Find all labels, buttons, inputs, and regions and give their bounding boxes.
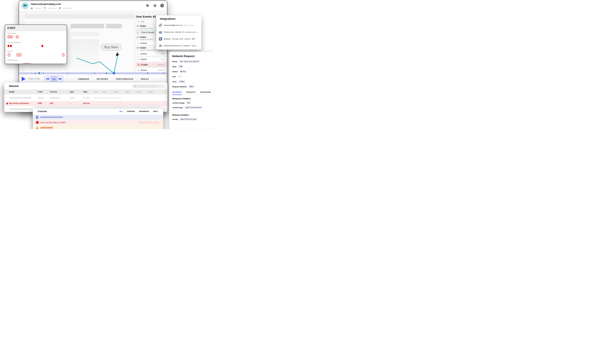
location-pin-icon <box>59 7 61 9</box>
integration-label: Request failed with status 500 <box>164 38 195 40</box>
event-type: Clicked <box>140 69 147 71</box>
sentry-icon <box>159 23 162 27</box>
name-value: api.ecom.xyz/search <box>179 60 200 63</box>
tab-network[interactable]: NETWORK <box>97 78 108 80</box>
console-row-error[interactable]: ! ecom.xyz/a213qh.js:123987 <box>33 120 163 125</box>
click-hand-icon <box>138 58 139 60</box>
skeleton-bar <box>38 97 44 99</box>
field-type: Type XHR <box>172 65 211 68</box>
console-row-info[interactable]: i <box>33 115 163 120</box>
status-error-dot <box>181 71 182 72</box>
field-name: Name api.ecom.xyz/search <box>172 60 211 63</box>
tab-all[interactable]: ALL <box>119 110 123 112</box>
skeleton-bar <box>86 97 90 99</box>
tab-headers[interactable]: HEADERS <box>172 91 182 95</box>
integration-shortcut-icons <box>146 3 164 8</box>
tab-console[interactable]: CONSOLE <box>78 78 89 80</box>
replay-timeline[interactable] <box>19 72 167 74</box>
play-button[interactable] <box>22 77 26 81</box>
col-time[interactable]: TIME <box>83 91 87 93</box>
request-detail-tabs: HEADERS REQUEST RESPONSE <box>172 91 211 95</box>
col-name[interactable]: NAME <box>9 91 14 93</box>
placeholder-heading <box>70 24 104 28</box>
network-errors-track <box>7 44 65 48</box>
clock-icon <box>31 7 33 9</box>
avatar <box>22 2 29 9</box>
event-target: Color <box>161 58 165 60</box>
col-type[interactable]: TYPE <box>38 91 42 93</box>
slack-icon[interactable] <box>146 4 149 7</box>
network-search-box[interactable] <box>132 84 165 88</box>
session-user-bar: rebecca@openreplay.com <box>19 1 167 11</box>
col-status[interactable]: STATUS <box>50 91 57 93</box>
search-icon <box>138 21 139 23</box>
rage-face-icon <box>16 35 19 38</box>
search-placeholder-skeleton <box>137 86 157 87</box>
network-panel-title: Network <box>9 85 19 88</box>
event-type: Time to Render <box>141 31 154 33</box>
network-panel: Network NAME TYPE STATUS SIZE TIME 0ms 1… <box>4 82 167 112</box>
tab-redux[interactable]: REDUX <box>141 78 149 80</box>
integration-label: Unhandledrejection handler rece.. <box>164 45 198 47</box>
header-value: 642 <box>186 101 191 104</box>
network-row-error[interactable]: api.ecom.xyz/search XHR 422 -- 119 ms <box>4 101 167 106</box>
skeleton-bar <box>9 108 32 110</box>
console-panel: Console ALL ERRORS WARNINGS INFO i ! eco… <box>33 108 163 129</box>
name-label: Name <box>172 60 177 63</box>
github-icon[interactable] <box>160 3 164 8</box>
event-type: Visited <box>140 47 146 49</box>
tab-errors[interactable]: ERRORS <box>127 110 135 112</box>
network-request-title: Network Request <box>172 55 211 58</box>
click-hand-icon <box>138 69 139 71</box>
console-row-warning[interactable] <box>33 125 163 129</box>
xray-network-section[interactable]: 4xx-5xx Network <box>5 40 67 49</box>
event-target: Buy Now <box>158 69 165 71</box>
skip-back-button[interactable] <box>45 76 50 82</box>
tab-performance[interactable]: PERFORMANCE <box>116 78 133 80</box>
buy-now-button[interactable]: Buy Now <box>101 44 122 51</box>
tab-response[interactable]: RESPONSE <box>200 91 211 95</box>
event-type: Visited <box>140 36 146 38</box>
skip-forward-button[interactable] <box>57 76 63 82</box>
click-hand-icon <box>138 53 139 55</box>
header-row: accept application/json <box>172 118 211 121</box>
event-clicked-size[interactable]: Clicked Size <box>136 52 166 56</box>
timeline-event-marker[interactable] <box>106 72 107 74</box>
integration-row-bugsnag[interactable]: Permission denied to access pro... <box>156 29 201 35</box>
error-icon: ! <box>36 121 39 124</box>
tab-warnings[interactable]: WARNINGS <box>139 110 149 112</box>
skip-interval-label[interactable]: 10s <box>50 76 57 82</box>
request-size: -- <box>70 102 71 104</box>
event-clicked-buy-now[interactable]: Clicked Buy Now <box>136 68 166 72</box>
event-rage-clicks[interactable]: 3 Clicks Quantity + <box>136 63 166 67</box>
tab-request[interactable]: REQUEST <box>186 91 196 95</box>
console-title: Console <box>38 110 47 113</box>
timeline-event-marker[interactable] <box>147 72 148 74</box>
jira-icon[interactable] <box>153 4 157 7</box>
tick-40ms: 40ms <box>137 91 141 93</box>
xray-performance-section[interactable]: Performance <box>5 58 67 64</box>
timeline-event-tick <box>43 73 44 74</box>
xray-click-rage-section[interactable]: Click Rage <box>5 31 67 40</box>
tick-0ms: 0ms <box>94 91 98 93</box>
xray-errors-section[interactable]: Errors <box>5 49 67 58</box>
error-icon <box>8 53 11 57</box>
click-rage-label: Click Rage <box>7 32 65 34</box>
network-error-dot <box>8 45 9 47</box>
status-label: Status <box>172 71 178 73</box>
ttr-dot <box>137 32 139 34</box>
timeline-quote-marker <box>94 73 94 74</box>
integrations-panel: Integrations UnhandledRejection: Non-Err… <box>156 15 201 50</box>
integration-row-elastic[interactable]: Unhandledrejection handler rece.. <box>156 42 201 49</box>
event-clicked-color[interactable]: Clicked Color <box>136 57 166 61</box>
integration-row-datadog[interactable]: Request failed with status 500 <box>156 35 201 42</box>
tab-info[interactable]: INFO <box>153 110 158 112</box>
network-row-skeleton[interactable] <box>4 96 167 100</box>
size-value: -- <box>178 75 182 78</box>
skeleton-bar <box>9 97 32 99</box>
console-tabs: ALL ERRORS WARNINGS INFO <box>119 110 158 112</box>
col-size[interactable]: SIZE <box>70 91 74 93</box>
integration-row-sentry[interactable]: UnhandledRejection: Non-Error... <box>156 22 201 29</box>
waterfall-bar <box>94 97 121 99</box>
request-type: XHR <box>38 102 42 104</box>
